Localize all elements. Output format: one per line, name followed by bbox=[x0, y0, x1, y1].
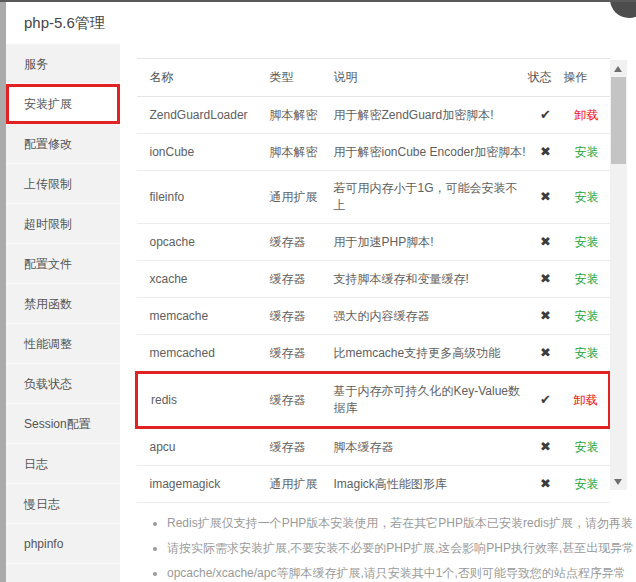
table-scrollbar[interactable] bbox=[610, 60, 627, 490]
notes-list: Redis扩展仅支持一个PHP版本安装使用，若在其它PHP版本已安装redis扩… bbox=[135, 511, 636, 582]
column-header-status: 状态 bbox=[528, 59, 564, 97]
uninstall-link[interactable]: 卸载 bbox=[574, 393, 598, 407]
extension-type: 缓存器 bbox=[257, 298, 321, 335]
sidebar-item-phpinfo[interactable]: phpinfo bbox=[6, 524, 120, 564]
column-header-action: 操作 bbox=[564, 59, 610, 97]
table-row: xcache 缓存器 支持脚本缓存和变量缓存! ✖ 安装 bbox=[137, 261, 610, 298]
extension-type: 通用扩展 bbox=[257, 171, 321, 224]
extension-desc: 脚本缓存器 bbox=[321, 428, 528, 466]
sidebar-item-services[interactable]: 服务 bbox=[6, 44, 120, 84]
sidebar-item-session-config[interactable]: Session配置 bbox=[6, 404, 120, 444]
install-link[interactable]: 安装 bbox=[575, 477, 599, 491]
sidebar-item-load-status[interactable]: 负载状态 bbox=[6, 364, 120, 404]
extensions-table: 名称 类型 说明 状态 操作 ZendGuardLoader 脚本解密 用于解密… bbox=[135, 58, 611, 503]
extension-type: 脚本解密 bbox=[257, 134, 321, 171]
uninstall-link[interactable]: 卸载 bbox=[575, 108, 599, 122]
install-link[interactable]: 安装 bbox=[575, 145, 599, 159]
column-header-type: 类型 bbox=[257, 59, 321, 97]
extension-desc: Imagick高性能图形库 bbox=[321, 466, 528, 503]
table-row: apcu 缓存器 脚本缓存器 ✖ 安装 bbox=[137, 428, 610, 466]
sidebar-item-config-file[interactable]: 配置文件 bbox=[6, 244, 120, 284]
table-row: imagemagick 通用扩展 Imagick高性能图形库 ✖ 安装 bbox=[137, 466, 610, 503]
install-link[interactable]: 安装 bbox=[575, 272, 599, 286]
scroll-down-icon[interactable] bbox=[610, 473, 627, 490]
extension-desc: 强大的内容缓存器 bbox=[321, 298, 528, 335]
install-link[interactable]: 安装 bbox=[575, 235, 599, 249]
extension-desc: 比memcache支持更多高级功能 bbox=[321, 335, 528, 373]
not-installed-x-icon: ✖ bbox=[540, 476, 551, 491]
extension-name: redis bbox=[137, 373, 257, 428]
extension-name: ionCube bbox=[137, 134, 257, 171]
extension-name: imagemagick bbox=[137, 466, 257, 503]
extension-type: 脚本解密 bbox=[257, 97, 321, 134]
install-link[interactable]: 安装 bbox=[575, 440, 599, 454]
table-row: fileinfo 通用扩展 若可用内存小于1G，可能会安装不上 ✖ 安装 bbox=[137, 171, 610, 224]
not-installed-x-icon: ✖ bbox=[540, 271, 551, 286]
note-item: 请按实际需求安装扩展,不要安装不必要的PHP扩展,这会影响PHP执行效率,甚至出… bbox=[167, 536, 636, 561]
install-link[interactable]: 安装 bbox=[575, 190, 599, 204]
sidebar-item-disabled-functions[interactable]: 禁用函数 bbox=[6, 284, 120, 324]
installed-check-icon: ✔ bbox=[540, 107, 551, 122]
sidebar-item-install-extensions[interactable]: 安装扩展 bbox=[6, 84, 120, 124]
table-header-row: 名称 类型 说明 状态 操作 bbox=[137, 59, 610, 97]
extension-desc: 用于解密ionCube Encoder加密脚本! bbox=[321, 134, 528, 171]
table-row: ionCube 脚本解密 用于解密ionCube Encoder加密脚本! ✖ … bbox=[137, 134, 610, 171]
extension-name: xcache bbox=[137, 261, 257, 298]
sidebar-item-log[interactable]: 日志 bbox=[6, 444, 120, 484]
table-row: ZendGuardLoader 脚本解密 用于解密ZendGuard加密脚本! … bbox=[137, 97, 610, 134]
not-installed-x-icon: ✖ bbox=[540, 439, 551, 454]
install-link[interactable]: 安装 bbox=[575, 346, 599, 360]
extension-name: memcache bbox=[137, 298, 257, 335]
not-installed-x-icon: ✖ bbox=[540, 345, 551, 360]
extension-desc: 基于内存亦可持久化的Key-Value数据库 bbox=[321, 373, 528, 428]
page-title: php-5.6管理 bbox=[24, 14, 105, 33]
main-content: 名称 类型 说明 状态 操作 ZendGuardLoader 脚本解密 用于解密… bbox=[120, 44, 636, 582]
extension-name: ZendGuardLoader bbox=[137, 97, 257, 134]
extension-name: fileinfo bbox=[137, 171, 257, 224]
not-installed-x-icon: ✖ bbox=[540, 189, 551, 204]
sidebar: 服务 安装扩展 配置修改 上传限制 超时限制 配置文件 禁用函数 性能调整 负载… bbox=[6, 44, 120, 582]
note-item: Redis扩展仅支持一个PHP版本安装使用，若在其它PHP版本已安装redis扩… bbox=[167, 511, 636, 536]
extension-type: 缓存器 bbox=[257, 428, 321, 466]
extension-desc: 用于加速PHP脚本! bbox=[321, 224, 528, 261]
note-item: opcache/xcache/apc等脚本缓存扩展,请只安装其中1个,否则可能导… bbox=[167, 561, 636, 582]
sidebar-item-performance[interactable]: 性能调整 bbox=[6, 324, 120, 364]
table-row: memcache 缓存器 强大的内容缓存器 ✖ 安装 bbox=[137, 298, 610, 335]
scroll-up-icon[interactable] bbox=[610, 60, 627, 77]
sidebar-item-timeout-limit[interactable]: 超时限制 bbox=[6, 204, 120, 244]
table-row: memcached 缓存器 比memcache支持更多高级功能 ✖ 安装 bbox=[137, 335, 610, 373]
extension-type: 缓存器 bbox=[257, 335, 321, 373]
scrollbar-thumb[interactable] bbox=[611, 77, 626, 164]
install-link[interactable]: 安装 bbox=[575, 309, 599, 323]
window-edge bbox=[0, 2, 6, 582]
sidebar-item-upload-limit[interactable]: 上传限制 bbox=[6, 164, 120, 204]
installed-check-icon: ✔ bbox=[540, 392, 551, 407]
extension-name: memcached bbox=[137, 335, 257, 373]
extension-type: 缓存器 bbox=[257, 261, 321, 298]
table-row: opcache 缓存器 用于加速PHP脚本! ✖ 安装 bbox=[137, 224, 610, 261]
not-installed-x-icon: ✖ bbox=[540, 144, 551, 159]
not-installed-x-icon: ✖ bbox=[540, 234, 551, 249]
extension-type: 通用扩展 bbox=[257, 466, 321, 503]
extension-name: apcu bbox=[137, 428, 257, 466]
table-row-redis-highlighted: redis 缓存器 基于内存亦可持久化的Key-Value数据库 ✔ 卸载 bbox=[137, 373, 610, 428]
extension-name: opcache bbox=[137, 224, 257, 261]
extension-desc: 用于解密ZendGuard加密脚本! bbox=[321, 97, 528, 134]
extension-desc: 支持脚本缓存和变量缓存! bbox=[321, 261, 528, 298]
column-header-name: 名称 bbox=[137, 59, 257, 97]
extension-type: 缓存器 bbox=[257, 373, 321, 428]
not-installed-x-icon: ✖ bbox=[540, 308, 551, 323]
extension-desc: 若可用内存小于1G，可能会安装不上 bbox=[321, 171, 528, 224]
sidebar-item-config-modify[interactable]: 配置修改 bbox=[6, 124, 120, 164]
sidebar-item-slow-log[interactable]: 慢日志 bbox=[6, 484, 120, 524]
extension-type: 缓存器 bbox=[257, 224, 321, 261]
title-bar: php-5.6管理 bbox=[0, 2, 636, 44]
php-manager-window: php-5.6管理 服务 安装扩展 配置修改 上传限制 超时限制 配置文件 禁用… bbox=[0, 0, 636, 582]
column-header-desc: 说明 bbox=[321, 59, 528, 97]
